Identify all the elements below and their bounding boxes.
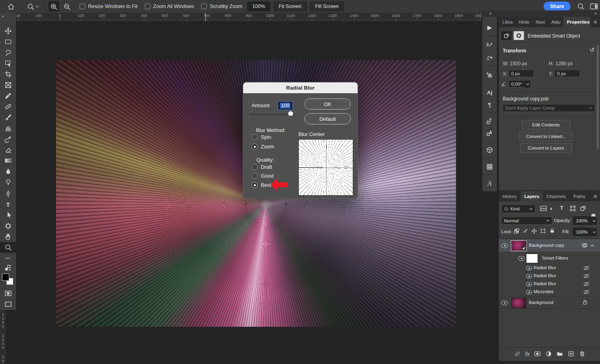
edit-toolbar-button[interactable]: ••• <box>0 253 16 264</box>
fill-dropdown[interactable] <box>591 228 598 237</box>
filter-blend-options-icon[interactable] <box>583 265 590 271</box>
dialog-title-bar[interactable]: Radial Blur <box>243 82 358 93</box>
color-swatches[interactable] <box>2 274 14 286</box>
crop-tool[interactable] <box>0 69 16 80</box>
layer-row-background-copy[interactable]: Background copy <box>499 239 600 252</box>
clone-source-panel-button[interactable] <box>482 69 497 81</box>
fit-screen-button[interactable]: Fit Screen <box>274 2 307 11</box>
gradient-tool[interactable] <box>0 155 16 166</box>
smart-filters-row[interactable]: Smart Filters <box>499 252 600 264</box>
add-adjustment-button[interactable] <box>545 350 552 357</box>
visibility-eye-icon[interactable] <box>526 274 532 278</box>
blur-center-preview[interactable] <box>298 139 353 196</box>
opacity-dropdown[interactable] <box>591 216 598 226</box>
angle-dropdown[interactable] <box>525 80 531 88</box>
layer-comp-select[interactable]: Don't Apply Layer Comp <box>502 104 595 112</box>
zoom-out-button[interactable] <box>62 1 72 12</box>
blur-tool[interactable] <box>0 166 16 177</box>
brushes-panel-button[interactable] <box>482 52 497 64</box>
brush-settings-panel-button[interactable] <box>482 39 497 51</box>
lock-all-button[interactable] <box>549 228 555 234</box>
radio-draft[interactable]: Draft <box>252 164 272 170</box>
add-mask-button[interactable] <box>534 350 541 357</box>
visibility-eye-icon[interactable] <box>526 282 532 286</box>
frame-tool[interactable] <box>0 80 16 90</box>
eraser-tool[interactable] <box>0 144 16 155</box>
tab-histogram[interactable]: Histo <box>515 17 532 27</box>
object-selection-tool[interactable] <box>0 58 16 69</box>
healing-brush-tool[interactable] <box>0 101 16 112</box>
radio-good[interactable]: Good <box>252 173 274 179</box>
convert-to-linked-button[interactable]: Convert to Linked... <box>519 132 573 141</box>
pen-tool[interactable] <box>0 188 16 199</box>
panel-menu-icon[interactable]: ≡ <box>590 191 600 201</box>
reset-transform-icon[interactable]: ↺ <box>590 46 595 54</box>
filter-row-radial-blur-3[interactable]: Radial Blur <box>499 280 600 288</box>
kind-filter-select[interactable]: Kind <box>501 204 536 213</box>
blend-mode-select[interactable]: Normal <box>501 216 552 225</box>
layer-thumbnail[interactable] <box>512 298 526 308</box>
collapse-panels-icon[interactable]: « <box>489 11 491 16</box>
actions-panel-button[interactable]: ▶ <box>482 22 497 34</box>
3d-panel-button[interactable] <box>482 144 497 156</box>
zoom-all-windows-checkbox[interactable]: Zoom All Windows <box>145 4 194 9</box>
layer-styles-button[interactable]: fx <box>525 351 530 357</box>
fill-input[interactable]: 100% <box>573 228 591 236</box>
visibility-eye-icon[interactable] <box>518 256 525 261</box>
filter-row-radial-blur-1[interactable]: Radial Blur <box>499 264 600 272</box>
custom-shape-tool[interactable] <box>0 220 16 231</box>
visibility-eye-icon[interactable] <box>526 290 532 294</box>
workspace-button[interactable] <box>588 3 600 10</box>
tab-channels[interactable]: Channels <box>543 191 570 201</box>
glyphs-panel-button[interactable]: A <box>482 178 497 190</box>
zoom-tool[interactable] <box>0 242 16 253</box>
zoom-tool-button[interactable] <box>24 3 42 10</box>
properties-scrollbar[interactable] <box>597 45 599 149</box>
amount-slider[interactable] <box>250 114 294 115</box>
tab-history[interactable]: History <box>499 191 521 201</box>
visibility-eye-icon[interactable] <box>501 300 508 305</box>
link-layers-button[interactable] <box>514 350 521 357</box>
hand-tool[interactable] <box>0 231 16 242</box>
panel-menu-icon[interactable]: ≡ <box>590 17 600 27</box>
filter-adjustment-layers-button[interactable]: ◐ <box>550 205 553 212</box>
mask-mode-button[interactable] <box>514 31 524 40</box>
filter-type-layers-button[interactable]: T <box>560 205 563 211</box>
opacity-input[interactable]: 100% <box>573 216 591 225</box>
x-input[interactable]: 0 px <box>508 70 534 77</box>
delete-layer-button[interactable] <box>579 350 586 357</box>
filter-shape-layers-button[interactable] <box>570 205 576 212</box>
swap-colors-button[interactable] <box>0 264 16 272</box>
layer-row-background[interactable]: Background <box>499 297 600 308</box>
clone-stamp-tool[interactable] <box>0 123 16 134</box>
ok-button[interactable]: OK <box>304 98 351 110</box>
filter-pixel-layers-button[interactable] <box>540 205 547 212</box>
resize-windows-checkbox[interactable]: Resize Windows to Fit <box>80 4 138 9</box>
visibility-eye-icon[interactable] <box>501 243 508 248</box>
search-button[interactable] <box>574 3 588 10</box>
tab-layers[interactable]: Layers <box>521 191 543 201</box>
filter-mask-thumbnail[interactable] <box>526 254 538 263</box>
new-group-button[interactable] <box>556 350 563 357</box>
tab-adjustments[interactable]: Adju <box>548 17 563 27</box>
lock-artboard-button[interactable] <box>540 228 546 234</box>
patterns-panel-button[interactable] <box>482 161 497 173</box>
toolbar-expand-icon[interactable]: » <box>2 14 4 18</box>
amount-input[interactable]: 100 <box>278 101 293 110</box>
default-button[interactable]: Default <box>304 113 351 124</box>
history-brush-tool[interactable] <box>0 134 16 144</box>
tab-paths[interactable]: Paths <box>570 191 589 201</box>
visibility-eye-icon[interactable] <box>526 266 532 270</box>
lock-pixels-button[interactable] <box>522 228 528 234</box>
tab-navigator[interactable]: Navi <box>532 17 548 27</box>
character-styles-panel-button[interactable]: A <box>482 127 497 139</box>
filter-row-radial-blur-2[interactable]: Radial Blur <box>499 272 600 280</box>
lock-transparency-button[interactable] <box>514 228 520 234</box>
eyedropper-tool[interactable] <box>0 90 16 101</box>
dodge-tool[interactable] <box>0 177 16 188</box>
scrubby-zoom-checkbox[interactable]: Scrubby Zoom <box>201 4 242 9</box>
radio-best[interactable]: Best <box>252 182 271 188</box>
radio-zoom[interactable]: Zoom <box>252 144 274 150</box>
convert-to-layers-button[interactable]: Convert to Layers <box>520 143 572 153</box>
path-selection-tool[interactable] <box>0 210 16 220</box>
